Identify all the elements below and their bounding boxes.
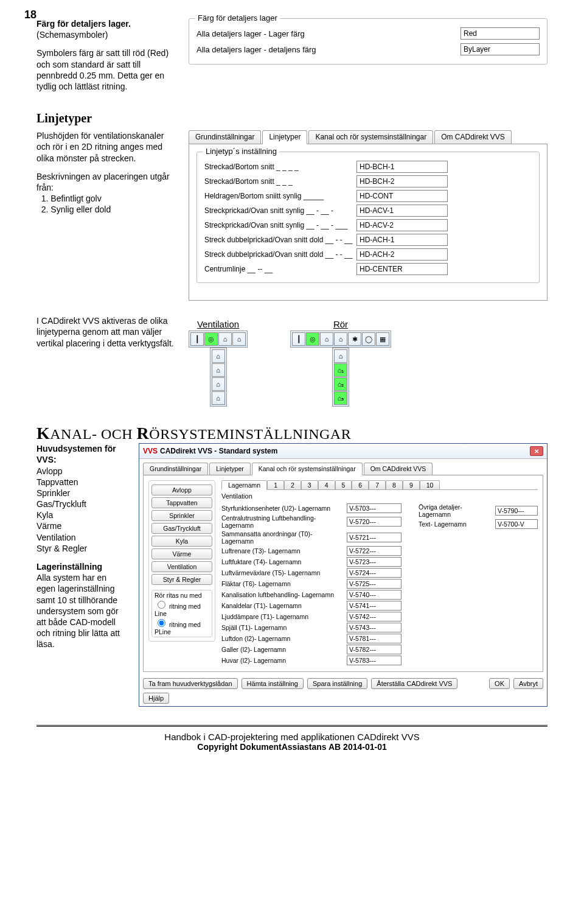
toolbar-button[interactable]: ◎ <box>306 332 319 346</box>
leftbtn-avlopp[interactable]: Avlopp <box>151 485 212 495</box>
kv-label: Huvar (I2)- Lagernamn <box>221 657 343 664</box>
tab-linjetyper[interactable]: Linjetyper <box>262 130 307 144</box>
kv-label: Luftvärmeväxlare (T5)- Lagernamn <box>221 569 343 576</box>
kv-input[interactable] <box>347 503 401 513</box>
dlg-btn-ok[interactable]: OK <box>489 678 510 689</box>
toolbar-button[interactable]: ⌂ <box>334 332 347 346</box>
lt-row-val[interactable] <box>356 234 448 246</box>
toolbar-button[interactable]: ┃ <box>292 332 305 346</box>
dlg-btn[interactable]: Spara inställning <box>307 678 367 689</box>
toolbar-button[interactable]: ⌂ <box>334 349 347 363</box>
toolbar-button[interactable]: ⌂ <box>212 377 225 391</box>
radio-line[interactable]: ritning med Line <box>155 603 201 617</box>
toolbar-button[interactable]: ⌂ <box>232 332 246 346</box>
toolbar-button[interactable]: ⌂ <box>218 332 232 346</box>
tab-om[interactable]: Om CADdirekt VVS <box>434 130 512 144</box>
lt-row-val[interactable] <box>356 263 448 275</box>
minitab-4[interactable]: 4 <box>318 480 335 489</box>
lt-row-val[interactable] <box>356 161 448 173</box>
leftbtn-kyla[interactable]: Kyla <box>151 536 212 547</box>
minitab-9[interactable]: 9 <box>403 480 420 489</box>
leftbtn-varme[interactable]: Värme <box>151 548 212 559</box>
kv-input[interactable] <box>347 557 401 567</box>
toolbar-button[interactable]: ◎ <box>204 332 218 346</box>
kv-label: Kanalisation luftbehandling- Lagernamn <box>221 591 343 598</box>
close-icon[interactable]: ✕ <box>530 446 543 456</box>
dlg-btn[interactable]: Hämta inställning <box>242 678 304 689</box>
house-icon: ⌂ <box>339 352 343 360</box>
lt-row-val[interactable] <box>356 175 448 187</box>
kv-input[interactable] <box>347 634 401 643</box>
kv-input[interactable] <box>347 590 401 600</box>
minitab-6[interactable]: 6 <box>352 480 369 489</box>
color-row2-label: Alla detaljers lager - detaljens färg <box>196 45 461 54</box>
leftbtn-tappvatten[interactable]: Tappvatten <box>151 497 212 508</box>
minitab-2[interactable]: 2 <box>284 480 301 489</box>
toolbar-button[interactable]: ▦ <box>376 332 389 346</box>
dlg-tab-om[interactable]: Om CADdirekt VVS <box>364 463 433 475</box>
dlg-tab-kanal[interactable]: Kanal och rör systemsinställningar <box>252 463 363 475</box>
kv-input[interactable] <box>347 601 401 611</box>
lt-row-name: Streckprickad/Ovan snitt synlig __ - __ … <box>204 206 356 215</box>
toolbar-button[interactable]: ⌂ <box>212 363 225 377</box>
leftbtn-gastryck[interactable]: Gas/Tryckluft <box>151 523 212 534</box>
dlg-btn[interactable]: Ta fram huvudverktygslådan <box>143 678 238 689</box>
minitab-lagernamn[interactable]: Lagernamn <box>221 480 267 490</box>
lt-row-val[interactable] <box>356 190 448 202</box>
lt-row-val[interactable] <box>356 248 448 261</box>
tab-grundinstallningar[interactable]: Grundinställningar <box>189 130 261 144</box>
color-fieldset-legend: Färg för detaljers lager <box>195 13 280 23</box>
toolbar-button[interactable]: ⌂ <box>212 349 225 363</box>
kv-label: Luftfuktare (T4)- Lagernamn <box>221 558 343 565</box>
lt-row-val[interactable] <box>356 219 448 231</box>
kv-input[interactable] <box>347 533 401 542</box>
radio-pline[interactable]: ritning med PLine <box>155 621 201 635</box>
toolbar-button[interactable]: ⌂₂ <box>334 377 347 391</box>
target-icon: ◎ <box>310 335 316 343</box>
sys-item: Avlopp <box>36 466 63 476</box>
section1-body: Symbolers färg är satt till röd (Red) oc… <box>36 47 176 92</box>
kv-input[interactable] <box>347 517 401 527</box>
minitab-1[interactable]: 1 <box>267 480 284 489</box>
dlg-btn[interactable]: Återställa CADdirekt VVS <box>371 678 457 689</box>
house-icon: ⌂ <box>216 366 220 374</box>
toolbar-button[interactable]: ⌂ <box>212 391 225 405</box>
dlg-tab-linje[interactable]: Linjetyper <box>209 463 251 475</box>
kv-input[interactable] <box>347 579 401 589</box>
kv-input[interactable] <box>347 645 401 654</box>
dlg-btn-hjalp[interactable]: Hjälp <box>143 693 169 704</box>
minitab-8[interactable]: 8 <box>386 480 403 489</box>
color-row1-value[interactable] <box>461 27 540 40</box>
kv-input[interactable] <box>347 623 401 632</box>
sys-item: Tappvatten <box>36 477 78 487</box>
toolbar-button[interactable]: ┃ <box>190 332 204 346</box>
minitab-10[interactable]: 10 <box>420 480 440 489</box>
kv-input[interactable] <box>495 519 538 529</box>
kv-input[interactable] <box>347 612 401 621</box>
kv-input[interactable] <box>347 546 401 556</box>
gear-icon: ✱ <box>352 335 358 343</box>
minitab-7[interactable]: 7 <box>369 480 386 489</box>
leftbtn-sprinkler[interactable]: Sprinkler <box>151 510 212 521</box>
toolbar-button[interactable]: ◯ <box>362 332 375 346</box>
toolbar-button[interactable]: ✱ <box>348 332 361 346</box>
toolbar-button[interactable]: ⌂₁ <box>334 363 347 377</box>
tab-kanalror[interactable]: Kanal och rör systemsinställningar <box>308 130 433 144</box>
color-row2-value[interactable] <box>461 43 540 55</box>
sys-item: Ventilation <box>36 533 76 542</box>
line-icon: ┃ <box>195 335 200 343</box>
toolbar-button[interactable]: ⌂₃ <box>334 391 347 405</box>
dlg-tab-grund[interactable]: Grundinställningar <box>143 463 208 475</box>
kv-input[interactable] <box>495 506 538 516</box>
minitab-3[interactable]: 3 <box>301 480 318 489</box>
toolbar-button[interactable]: ⌂ <box>320 332 333 346</box>
kv-input[interactable] <box>347 568 401 578</box>
kv-input[interactable] <box>347 656 401 665</box>
leftbtn-styr[interactable]: Styr & Regler <box>151 574 212 585</box>
leftbtn-ventilation[interactable]: Ventilation <box>151 561 212 572</box>
section2-heading: Linjetyper <box>36 111 548 125</box>
footer-line1: Handbok i CAD-projektering med applikati… <box>36 732 548 742</box>
lt-row-val[interactable] <box>356 205 448 217</box>
minitab-5[interactable]: 5 <box>335 480 352 489</box>
dlg-btn-avbryt[interactable]: Avbryt <box>513 678 543 689</box>
